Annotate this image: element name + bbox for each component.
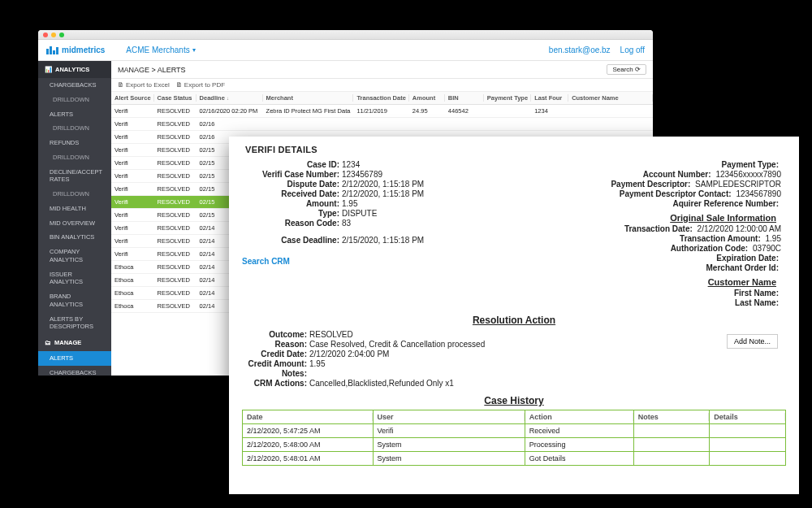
hist-col-user: User [373,410,525,424]
grid-header-row: Alert Source Case Status Deadline↓ Merch… [111,92,653,105]
credit-date-value: 2/12/2020 2:04:00 PM [309,350,389,358]
authorization-code-value: 03790C [753,244,781,253]
sidebar-section-analytics[interactable]: 📊 ANALYTICS [38,61,111,78]
case-id-value: 1234 [342,160,360,169]
brand-logo: midmetrics [46,46,105,54]
original-sale-heading: Original Sale Information [508,213,776,223]
sidebar: 📊 ANALYTICS CHARGEBACKSDRILLDOWNALERTSDR… [38,61,111,376]
col-payment-type[interactable]: Payment Type [484,92,531,105]
resolution-action-heading: Resolution Action [242,315,786,326]
type-value: DISPUTE [342,209,377,218]
window-zoom-icon[interactable] [59,33,64,37]
received-date-value: 2/12/2020, 1:15:18 PM [342,189,424,198]
brand-name: midmetrics [62,46,105,54]
customer-name-heading: Customer Name [508,277,776,287]
verifi-case-number-value: 123456789 [342,170,382,179]
window-titlebar [38,30,653,40]
breadcrumb: MANAGE > ALERTS [118,66,186,74]
outcome-value: RESOLVED [309,330,353,339]
transaction-date-value: 2/12/2020 12:00:00 AM [698,224,781,233]
history-row: 2/12/2020, 5:48:00 AMSystemProcessing [243,438,786,452]
col-amount[interactable]: Amount [409,92,445,105]
sidebar-item[interactable]: COMPANY ANALYTICS [38,245,111,267]
sidebar-item[interactable]: ALERTS BY DESCRIPTORS [38,312,111,335]
resolution-reason-value: Case Resolved, Credit & Cancellation pro… [309,340,485,349]
col-alert-source[interactable]: Alert Source [111,92,154,105]
detail-right-col: Payment Type: Account Number: 123456xxxx… [503,159,786,308]
history-row: 2/12/2020, 5:47:25 AMVerifiReceived [243,424,786,438]
credit-amount-value: 1.95 [309,359,325,368]
search-crm-link[interactable]: Search CRM [242,257,503,266]
sidebar-item[interactable]: MID OVERVIEW [38,216,111,231]
window-minimize-icon[interactable] [51,33,56,37]
col-case-status[interactable]: Case Status [154,92,197,105]
transaction-amount-value: 1.95 [766,234,781,243]
logoff-link[interactable]: Log off [620,46,645,54]
export-row: 🗎 Export to Excel 🗎 Export to PDF [111,79,653,92]
sidebar-item[interactable]: DRILLDOWN [38,187,111,202]
col-merchant[interactable]: Merchant [263,92,354,105]
dispute-date-value: 2/12/2020, 1:15:18 PM [342,180,424,189]
hist-col-date: Date [243,410,374,424]
sidebar-item[interactable]: ALERTS [38,351,111,366]
sidebar-item[interactable]: DRILLDOWN [38,150,111,165]
sidebar-item[interactable]: ISSUER ANALYTICS [38,267,111,290]
export-excel-button[interactable]: 🗎 Export to Excel [118,81,170,89]
sidebar-item[interactable]: BRAND ANALYTICS [38,289,111,312]
reason-code-value: 83 [342,219,351,228]
col-customer-name[interactable]: Customer Name [568,92,653,105]
breadcrumb-row: MANAGE > ALERTS Search ⟳ [111,61,653,79]
sidebar-item[interactable]: MID HEALTH [38,202,111,216]
detail-heading: VERIFI DETAILS [245,145,786,154]
sidebar-item[interactable]: DECLINE/ACCEPT RATES [38,165,111,188]
top-bar: midmetrics ACME Merchants ben.stark@oe.b… [38,40,653,61]
hist-col-details: Details [710,410,786,424]
account-number-value: 123456xxxxx7890 [715,170,781,179]
sidebar-item[interactable]: REFUNDS [38,136,111,150]
case-deadline-value: 2/15/2020, 1:15:18 PM [342,236,424,245]
table-row[interactable]: VerifiRESOLVED02/16 [111,118,653,131]
sidebar-item[interactable]: BIN ANALYTICS [38,230,111,245]
logo-bars-icon [46,46,58,54]
hist-col-action: Action [525,410,633,424]
window-close-icon[interactable] [43,33,48,37]
col-deadline[interactable]: Deadline↓ [197,92,263,105]
case-history-table: Date User Action Notes Details 2/12/2020… [242,410,786,466]
sidebar-item[interactable]: CHARGEBACKS [38,366,111,376]
col-transaction-date[interactable]: Transaction Date [353,92,408,105]
sidebar-item[interactable]: ALERTS [38,107,111,122]
payment-descriptor-contact-value: 1234567890 [736,189,781,198]
hist-col-notes: Notes [633,410,710,424]
user-link[interactable]: ben.stark@oe.bz [549,46,611,54]
sidebar-item[interactable]: DRILLDOWN [38,121,111,136]
search-button[interactable]: Search ⟳ [607,64,646,75]
alert-detail-panel: VERIFI DETAILS Case ID:1234 Verifi Case … [229,137,799,494]
table-row[interactable]: VerifiRESOLVED02/16/2020 02:20 PMZebra I… [111,105,653,118]
export-pdf-button[interactable]: 🗎 Export to PDF [176,81,225,89]
crm-actions-value: Cancelled,Blacklisted,Refunded Only x1 [309,379,454,388]
history-row: 2/12/2020, 5:48:01 AMSystemGot Details [243,452,786,466]
col-last-four[interactable]: Last Four [531,92,568,105]
sidebar-item[interactable]: CHARGEBACKS [38,78,111,93]
col-bin[interactable]: BIN [445,92,484,105]
case-history-heading: Case History [242,395,786,406]
amount-value: 1.95 [342,199,357,208]
payment-descriptor-value: SAMPLEDESCRIPTOR [695,180,781,189]
merchant-dropdown[interactable]: ACME Merchants [126,46,195,54]
add-note-button[interactable]: Add Note... [727,334,778,349]
detail-left-col: Case ID:1234 Verifi Case Number:12345678… [242,159,503,308]
sidebar-section-manage[interactable]: 🗂 MANAGE [38,334,111,351]
sidebar-item[interactable]: DRILLDOWN [38,93,111,107]
